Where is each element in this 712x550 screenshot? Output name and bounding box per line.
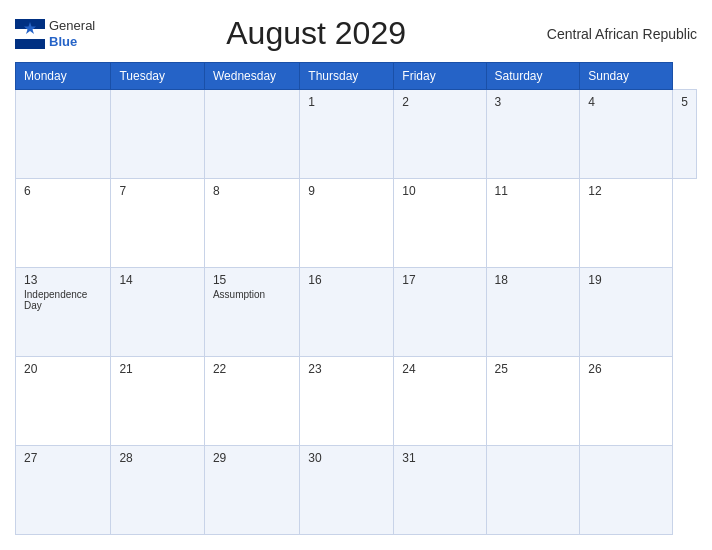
- calendar-cell: 29: [204, 446, 299, 535]
- holiday-name: Assumption: [213, 289, 291, 300]
- day-number: 5: [681, 95, 688, 109]
- logo: General Blue: [15, 18, 95, 49]
- calendar-cell: 23: [300, 357, 394, 446]
- day-number: 16: [308, 273, 385, 287]
- calendar-cell: 27: [16, 446, 111, 535]
- calendar-cell: 5: [673, 90, 697, 179]
- calendar-cell: 1: [300, 90, 394, 179]
- calendar-cell: 9: [300, 179, 394, 268]
- calendar-cell: 14: [111, 268, 205, 357]
- calendar-cell: [580, 446, 673, 535]
- weekday-header-row: Monday Tuesday Wednesday Thursday Friday…: [16, 63, 697, 90]
- calendar-header: General Blue August 2029 Central African…: [15, 15, 697, 52]
- calendar-cell: 26: [580, 357, 673, 446]
- calendar-cell: 28: [111, 446, 205, 535]
- header-sunday: Sunday: [580, 63, 673, 90]
- calendar-cell: 22: [204, 357, 299, 446]
- header-wednesday: Wednesday: [204, 63, 299, 90]
- calendar-cell: [16, 90, 111, 179]
- day-number: 26: [588, 362, 664, 376]
- day-number: 21: [119, 362, 196, 376]
- day-number: 23: [308, 362, 385, 376]
- day-number: 29: [213, 451, 291, 465]
- calendar-cell: 31: [394, 446, 486, 535]
- header-monday: Monday: [16, 63, 111, 90]
- calendar-cell: 19: [580, 268, 673, 357]
- calendar-cell: [111, 90, 205, 179]
- holiday-name: Independence Day: [24, 289, 102, 311]
- calendar-cell: 6: [16, 179, 111, 268]
- calendar-cell: 25: [486, 357, 580, 446]
- calendar-cell: [204, 90, 299, 179]
- day-number: 15: [213, 273, 291, 287]
- day-number: 22: [213, 362, 291, 376]
- day-number: 17: [402, 273, 477, 287]
- calendar-week-row: 20212223242526: [16, 357, 697, 446]
- calendar-cell: 20: [16, 357, 111, 446]
- calendar-cell: [486, 446, 580, 535]
- calendar-cell: 30: [300, 446, 394, 535]
- calendar-cell: 11: [486, 179, 580, 268]
- calendar-table: Monday Tuesday Wednesday Thursday Friday…: [15, 62, 697, 535]
- calendar-cell: 10: [394, 179, 486, 268]
- day-number: 12: [588, 184, 664, 198]
- calendar-cell: 12: [580, 179, 673, 268]
- day-number: 20: [24, 362, 102, 376]
- svg-rect-2: [15, 39, 45, 49]
- header-tuesday: Tuesday: [111, 63, 205, 90]
- calendar-week-row: 13Independence Day1415Assumption16171819: [16, 268, 697, 357]
- day-number: 6: [24, 184, 102, 198]
- header-thursday: Thursday: [300, 63, 394, 90]
- calendar-cell: 8: [204, 179, 299, 268]
- calendar-cell: 18: [486, 268, 580, 357]
- day-number: 18: [495, 273, 572, 287]
- calendar-cell: 15Assumption: [204, 268, 299, 357]
- day-number: 31: [402, 451, 477, 465]
- day-number: 11: [495, 184, 572, 198]
- day-number: 10: [402, 184, 477, 198]
- calendar-cell: 24: [394, 357, 486, 446]
- day-number: 28: [119, 451, 196, 465]
- day-number: 9: [308, 184, 385, 198]
- day-number: 7: [119, 184, 196, 198]
- day-number: 2: [402, 95, 477, 109]
- day-number: 27: [24, 451, 102, 465]
- day-number: 13: [24, 273, 102, 287]
- day-number: 14: [119, 273, 196, 287]
- day-number: 25: [495, 362, 572, 376]
- calendar-week-row: 6789101112: [16, 179, 697, 268]
- header-saturday: Saturday: [486, 63, 580, 90]
- day-number: 24: [402, 362, 477, 376]
- calendar-title: August 2029: [95, 15, 537, 52]
- day-number: 19: [588, 273, 664, 287]
- day-number: 8: [213, 184, 291, 198]
- calendar-cell: 7: [111, 179, 205, 268]
- calendar-week-row: 12345: [16, 90, 697, 179]
- calendar-cell: 16: [300, 268, 394, 357]
- header-friday: Friday: [394, 63, 486, 90]
- day-number: 1: [308, 95, 385, 109]
- calendar-cell: 4: [580, 90, 673, 179]
- day-number: 4: [588, 95, 664, 109]
- calendar-cell: 13Independence Day: [16, 268, 111, 357]
- country-name: Central African Republic: [537, 26, 697, 42]
- calendar-cell: 17: [394, 268, 486, 357]
- calendar-cell: 21: [111, 357, 205, 446]
- logo-text: General Blue: [49, 18, 95, 49]
- day-number: 3: [495, 95, 572, 109]
- logo-icon: [15, 19, 45, 49]
- calendar-cell: 3: [486, 90, 580, 179]
- day-number: 30: [308, 451, 385, 465]
- calendar-week-row: 2728293031: [16, 446, 697, 535]
- calendar-cell: 2: [394, 90, 486, 179]
